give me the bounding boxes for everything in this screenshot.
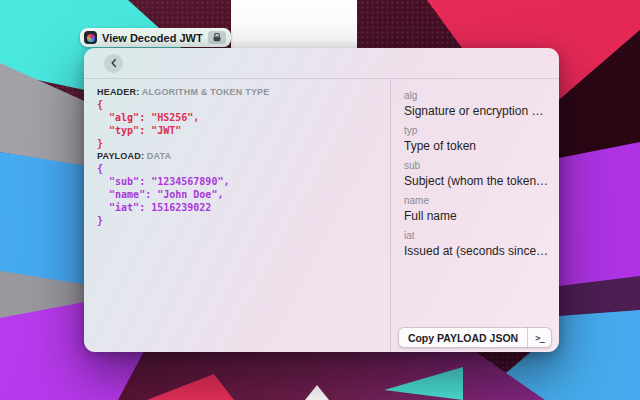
claims-panel: alg Signature or encryption algorithm ty… — [391, 79, 559, 352]
claim-key: iat — [404, 231, 549, 241]
jwt-app-icon — [84, 31, 97, 44]
code-panel: HEADER: ALGORITHM & TOKEN TYPE { "alg": … — [84, 79, 390, 352]
code-line: { — [97, 162, 380, 175]
claim-description: Full name — [404, 209, 549, 223]
code-line: "typ": "JWT" — [97, 124, 380, 137]
copy-payload-json-button[interactable]: Copy PAYLOAD JSON >_ — [398, 327, 552, 348]
code-line: } — [97, 214, 380, 227]
back-button[interactable] — [104, 54, 123, 73]
section-title: PAYLOAD: DATA — [97, 150, 380, 162]
decoded-jwt-window: HEADER: ALGORITHM & TOKEN TYPE { "alg": … — [84, 48, 559, 352]
copy-button-label: Copy PAYLOAD JSON — [399, 332, 527, 344]
code-line: "alg": "HS256", — [97, 111, 380, 124]
pill-label: View Decoded JWT — [102, 32, 203, 44]
header-section: HEADER: ALGORITHM & TOKEN TYPE { "alg": … — [97, 86, 380, 150]
claim-key: alg — [404, 91, 549, 101]
code-line: "name": "John Doe", — [97, 188, 380, 201]
section-subtitle: ALGORITHM & TOKEN TYPE — [142, 87, 270, 97]
code-line: } — [97, 137, 380, 150]
window-header — [84, 48, 559, 79]
section-subtitle: DATA — [147, 151, 171, 161]
claim-description: Issued at (seconds since Unix epo... — [404, 244, 549, 258]
payload-section: PAYLOAD: DATA { "sub": "1234567890", "na… — [97, 150, 380, 227]
claim-description: Type of token — [404, 139, 549, 153]
terminal-prompt-icon: >_ — [528, 333, 551, 343]
chevron-left-icon — [109, 58, 119, 68]
code-line: "iat": 1516239022 — [97, 201, 380, 214]
claim-key: sub — [404, 161, 549, 171]
claim-description: Subject (whom the token refers to) — [404, 174, 549, 188]
claim-description: Signature or encryption algorithm — [404, 104, 549, 118]
lock-icon — [208, 31, 226, 44]
view-decoded-jwt-pill[interactable]: View Decoded JWT — [80, 28, 231, 47]
claim-key: typ — [404, 126, 549, 136]
section-title: HEADER: ALGORITHM & TOKEN TYPE — [97, 86, 380, 98]
code-line: "sub": "1234567890", — [97, 175, 380, 188]
claim-key: name — [404, 196, 549, 206]
code-line: { — [97, 98, 380, 111]
desktop: View Decoded JWT HEADER: ALGORITHM & TOK… — [0, 0, 640, 400]
